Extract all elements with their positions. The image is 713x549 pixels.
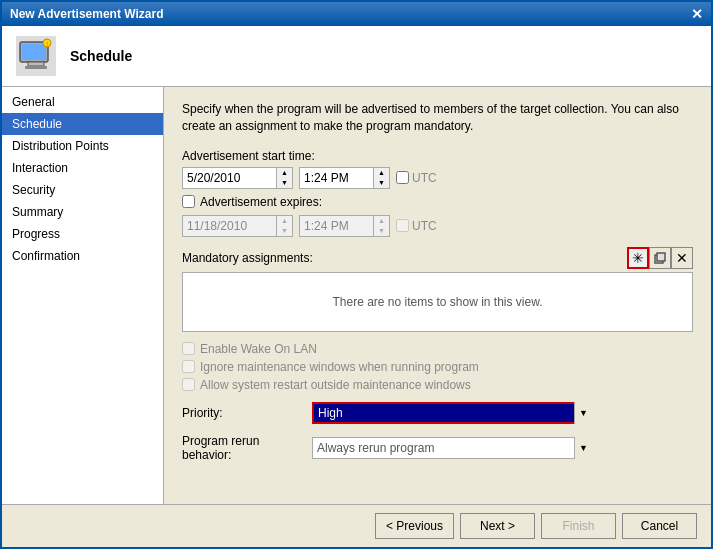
mandatory-toolbar: ✳ ✕	[627, 247, 693, 269]
expires-time-down[interactable]: ▼	[374, 226, 389, 236]
rerun-select[interactable]: Always rerun program Never rerun program…	[312, 437, 592, 459]
start-utc-label: UTC	[412, 171, 437, 185]
sidebar-item-summary[interactable]: Summary	[2, 201, 163, 223]
start-date-input[interactable]: 5/20/2010	[182, 167, 277, 189]
priority-select-wrapper: High Medium Low ▼	[312, 402, 592, 424]
expires-utc-label: UTC	[412, 219, 437, 233]
svg-rect-3	[25, 66, 47, 69]
window-header: ! Schedule	[2, 26, 711, 87]
disabled-options-section: Enable Wake On LAN Ignore maintenance wi…	[182, 342, 693, 392]
expires-date-down[interactable]: ▼	[277, 226, 292, 236]
mandatory-list: There are no items to show in this view.	[182, 272, 693, 332]
window-body: General Schedule Distribution Points Int…	[2, 87, 711, 504]
svg-rect-1	[22, 44, 46, 60]
expires-date-spinner: ▲ ▼	[277, 215, 293, 237]
start-time-section: Advertisement start time: 5/20/2010 ▲ ▼ …	[182, 149, 693, 237]
maintenance-label: Ignore maintenance windows when running …	[200, 360, 479, 374]
priority-row: Priority: High Medium Low ▼	[182, 402, 693, 424]
restart-checkbox[interactable]	[182, 378, 195, 391]
priority-select[interactable]: High Medium Low	[312, 402, 592, 424]
next-button[interactable]: Next >	[460, 513, 535, 539]
expires-row: 11/18/2010 ▲ ▼ 1:24 PM ▲ ▼	[182, 215, 693, 237]
start-date-field: 5/20/2010 ▲ ▼	[182, 167, 293, 189]
expires-time-spinner: ▲ ▼	[374, 215, 390, 237]
content-area: Specify when the program will be adverti…	[164, 87, 711, 504]
start-date-up[interactable]: ▲	[277, 168, 292, 178]
start-time-label: Advertisement start time:	[182, 149, 693, 163]
start-date-spinner: ▲ ▼	[277, 167, 293, 189]
sidebar-item-security[interactable]: Security	[2, 179, 163, 201]
sidebar-item-distribution[interactable]: Distribution Points	[2, 135, 163, 157]
finish-button[interactable]: Finish	[541, 513, 616, 539]
add-assignment-button[interactable]: ✳	[627, 247, 649, 269]
sidebar-item-interaction[interactable]: Interaction	[2, 157, 163, 179]
mandatory-label: Mandatory assignments:	[182, 251, 313, 265]
page-title: Schedule	[70, 48, 132, 64]
copy-assignment-button[interactable]	[649, 247, 671, 269]
maintenance-row: Ignore maintenance windows when running …	[182, 360, 693, 374]
expires-utc-checkbox[interactable]	[396, 219, 409, 232]
rerun-row: Program rerun behavior: Always rerun pro…	[182, 434, 693, 462]
sidebar-item-confirmation[interactable]: Confirmation	[2, 245, 163, 267]
svg-rect-2	[28, 62, 44, 66]
start-time-field: 1:24 PM ▲ ▼	[299, 167, 390, 189]
header-icon: !	[16, 36, 56, 76]
sidebar: General Schedule Distribution Points Int…	[2, 87, 164, 504]
expires-time-up[interactable]: ▲	[374, 216, 389, 226]
priority-label: Priority:	[182, 406, 312, 420]
mandatory-section: Mandatory assignments: ✳ ✕ There are	[182, 247, 693, 332]
sidebar-item-general[interactable]: General	[2, 91, 163, 113]
svg-rect-7	[657, 253, 665, 261]
start-utc-checkbox[interactable]	[396, 171, 409, 184]
sidebar-item-schedule[interactable]: Schedule	[2, 113, 163, 135]
wake-on-lan-label: Enable Wake On LAN	[200, 342, 317, 356]
main-window: New Advertisement Wizard ✕ ! Schedule Ge…	[0, 0, 713, 549]
mandatory-header: Mandatory assignments: ✳ ✕	[182, 247, 693, 269]
footer: < Previous Next > Finish Cancel	[2, 504, 711, 547]
expires-label: Advertisement expires:	[200, 195, 322, 209]
expires-checkbox[interactable]	[182, 195, 195, 208]
wake-on-lan-row: Enable Wake On LAN	[182, 342, 693, 356]
start-utc: UTC	[396, 171, 437, 185]
previous-button[interactable]: < Previous	[375, 513, 454, 539]
computer-icon: !	[18, 38, 54, 74]
close-button[interactable]: ✕	[691, 7, 703, 21]
expires-date-input[interactable]: 11/18/2010	[182, 215, 277, 237]
title-bar: New Advertisement Wizard ✕	[2, 2, 711, 26]
rerun-select-wrapper: Always rerun program Never rerun program…	[312, 437, 592, 459]
cancel-button[interactable]: Cancel	[622, 513, 697, 539]
delete-assignment-button[interactable]: ✕	[671, 247, 693, 269]
rerun-label: Program rerun behavior:	[182, 434, 312, 462]
start-time-input[interactable]: 1:24 PM	[299, 167, 374, 189]
window-title: New Advertisement Wizard	[10, 7, 164, 21]
start-date-down[interactable]: ▼	[277, 178, 292, 188]
expires-date-up[interactable]: ▲	[277, 216, 292, 226]
restart-row: Allow system restart outside maintenance…	[182, 378, 693, 392]
start-time-row: 5/20/2010 ▲ ▼ 1:24 PM ▲ ▼	[182, 167, 693, 189]
copy-icon	[653, 251, 667, 265]
maintenance-checkbox[interactable]	[182, 360, 195, 373]
expires-checkbox-row: Advertisement expires:	[182, 195, 693, 209]
description-text: Specify when the program will be adverti…	[182, 101, 693, 135]
sidebar-item-progress[interactable]: Progress	[2, 223, 163, 245]
no-items-text: There are no items to show in this view.	[332, 295, 542, 309]
start-time-up[interactable]: ▲	[374, 168, 389, 178]
expires-time-field: 1:24 PM ▲ ▼	[299, 215, 390, 237]
expires-utc: UTC	[396, 219, 437, 233]
wake-on-lan-checkbox[interactable]	[182, 342, 195, 355]
expires-date-field: 11/18/2010 ▲ ▼	[182, 215, 293, 237]
expires-time-input[interactable]: 1:24 PM	[299, 215, 374, 237]
start-time-spinner: ▲ ▼	[374, 167, 390, 189]
start-time-down[interactable]: ▼	[374, 178, 389, 188]
restart-label: Allow system restart outside maintenance…	[200, 378, 471, 392]
